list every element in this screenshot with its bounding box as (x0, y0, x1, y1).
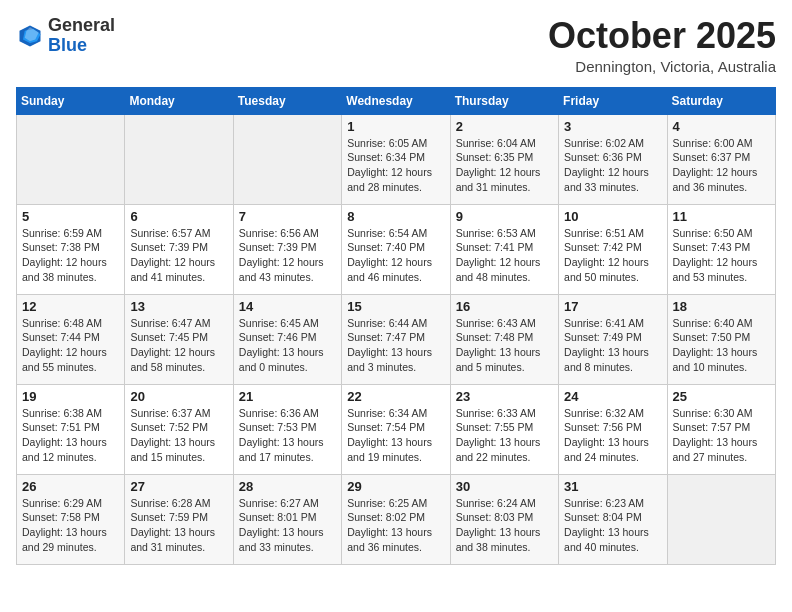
day-info: Sunrise: 6:45 AM Sunset: 7:46 PM Dayligh… (239, 316, 336, 375)
week-row-3: 12Sunrise: 6:48 AM Sunset: 7:44 PM Dayli… (17, 294, 776, 384)
day-number: 9 (456, 209, 553, 224)
page-header: General Blue October 2025 Dennington, Vi… (16, 16, 776, 75)
calendar-cell: 19Sunrise: 6:38 AM Sunset: 7:51 PM Dayli… (17, 384, 125, 474)
day-number: 31 (564, 479, 661, 494)
day-info: Sunrise: 6:44 AM Sunset: 7:47 PM Dayligh… (347, 316, 444, 375)
day-info: Sunrise: 6:29 AM Sunset: 7:58 PM Dayligh… (22, 496, 119, 555)
day-info: Sunrise: 6:56 AM Sunset: 7:39 PM Dayligh… (239, 226, 336, 285)
day-number: 1 (347, 119, 444, 134)
calendar-cell: 17Sunrise: 6:41 AM Sunset: 7:49 PM Dayli… (559, 294, 667, 384)
day-number: 4 (673, 119, 770, 134)
day-info: Sunrise: 6:48 AM Sunset: 7:44 PM Dayligh… (22, 316, 119, 375)
calendar-cell: 24Sunrise: 6:32 AM Sunset: 7:56 PM Dayli… (559, 384, 667, 474)
logo-blue: Blue (48, 36, 115, 56)
calendar-cell: 30Sunrise: 6:24 AM Sunset: 8:03 PM Dayli… (450, 474, 558, 564)
day-info: Sunrise: 6:51 AM Sunset: 7:42 PM Dayligh… (564, 226, 661, 285)
calendar-cell: 13Sunrise: 6:47 AM Sunset: 7:45 PM Dayli… (125, 294, 233, 384)
day-number: 26 (22, 479, 119, 494)
weekday-header-sunday: Sunday (17, 87, 125, 114)
day-info: Sunrise: 6:27 AM Sunset: 8:01 PM Dayligh… (239, 496, 336, 555)
day-number: 6 (130, 209, 227, 224)
calendar-cell: 21Sunrise: 6:36 AM Sunset: 7:53 PM Dayli… (233, 384, 341, 474)
weekday-header-saturday: Saturday (667, 87, 775, 114)
day-number: 24 (564, 389, 661, 404)
calendar-cell (233, 114, 341, 204)
day-info: Sunrise: 6:57 AM Sunset: 7:39 PM Dayligh… (130, 226, 227, 285)
calendar-cell: 2Sunrise: 6:04 AM Sunset: 6:35 PM Daylig… (450, 114, 558, 204)
day-number: 21 (239, 389, 336, 404)
calendar-cell: 23Sunrise: 6:33 AM Sunset: 7:55 PM Dayli… (450, 384, 558, 474)
day-number: 15 (347, 299, 444, 314)
day-info: Sunrise: 6:36 AM Sunset: 7:53 PM Dayligh… (239, 406, 336, 465)
day-number: 10 (564, 209, 661, 224)
calendar-cell: 5Sunrise: 6:59 AM Sunset: 7:38 PM Daylig… (17, 204, 125, 294)
calendar-cell: 6Sunrise: 6:57 AM Sunset: 7:39 PM Daylig… (125, 204, 233, 294)
calendar-cell: 28Sunrise: 6:27 AM Sunset: 8:01 PM Dayli… (233, 474, 341, 564)
weekday-header-monday: Monday (125, 87, 233, 114)
day-number: 8 (347, 209, 444, 224)
calendar-cell: 29Sunrise: 6:25 AM Sunset: 8:02 PM Dayli… (342, 474, 450, 564)
day-number: 22 (347, 389, 444, 404)
calendar-cell: 22Sunrise: 6:34 AM Sunset: 7:54 PM Dayli… (342, 384, 450, 474)
day-info: Sunrise: 6:23 AM Sunset: 8:04 PM Dayligh… (564, 496, 661, 555)
location: Dennington, Victoria, Australia (548, 58, 776, 75)
day-number: 29 (347, 479, 444, 494)
day-info: Sunrise: 6:34 AM Sunset: 7:54 PM Dayligh… (347, 406, 444, 465)
day-info: Sunrise: 6:40 AM Sunset: 7:50 PM Dayligh… (673, 316, 770, 375)
day-info: Sunrise: 6:41 AM Sunset: 7:49 PM Dayligh… (564, 316, 661, 375)
day-info: Sunrise: 6:04 AM Sunset: 6:35 PM Dayligh… (456, 136, 553, 195)
day-info: Sunrise: 6:00 AM Sunset: 6:37 PM Dayligh… (673, 136, 770, 195)
day-info: Sunrise: 6:24 AM Sunset: 8:03 PM Dayligh… (456, 496, 553, 555)
calendar-cell: 7Sunrise: 6:56 AM Sunset: 7:39 PM Daylig… (233, 204, 341, 294)
calendar-cell (17, 114, 125, 204)
day-number: 28 (239, 479, 336, 494)
day-number: 18 (673, 299, 770, 314)
month-title: October 2025 (548, 16, 776, 56)
calendar-cell: 11Sunrise: 6:50 AM Sunset: 7:43 PM Dayli… (667, 204, 775, 294)
logo-general: General (48, 16, 115, 36)
weekday-header-thursday: Thursday (450, 87, 558, 114)
day-info: Sunrise: 6:50 AM Sunset: 7:43 PM Dayligh… (673, 226, 770, 285)
day-info: Sunrise: 6:47 AM Sunset: 7:45 PM Dayligh… (130, 316, 227, 375)
calendar-cell: 31Sunrise: 6:23 AM Sunset: 8:04 PM Dayli… (559, 474, 667, 564)
day-info: Sunrise: 6:53 AM Sunset: 7:41 PM Dayligh… (456, 226, 553, 285)
day-number: 12 (22, 299, 119, 314)
calendar-cell: 10Sunrise: 6:51 AM Sunset: 7:42 PM Dayli… (559, 204, 667, 294)
day-info: Sunrise: 6:28 AM Sunset: 7:59 PM Dayligh… (130, 496, 227, 555)
day-info: Sunrise: 6:05 AM Sunset: 6:34 PM Dayligh… (347, 136, 444, 195)
calendar-cell: 9Sunrise: 6:53 AM Sunset: 7:41 PM Daylig… (450, 204, 558, 294)
week-row-2: 5Sunrise: 6:59 AM Sunset: 7:38 PM Daylig… (17, 204, 776, 294)
calendar-cell: 27Sunrise: 6:28 AM Sunset: 7:59 PM Dayli… (125, 474, 233, 564)
calendar-cell (125, 114, 233, 204)
day-number: 25 (673, 389, 770, 404)
day-info: Sunrise: 6:02 AM Sunset: 6:36 PM Dayligh… (564, 136, 661, 195)
day-number: 11 (673, 209, 770, 224)
day-info: Sunrise: 6:32 AM Sunset: 7:56 PM Dayligh… (564, 406, 661, 465)
calendar-cell: 8Sunrise: 6:54 AM Sunset: 7:40 PM Daylig… (342, 204, 450, 294)
day-number: 14 (239, 299, 336, 314)
day-number: 7 (239, 209, 336, 224)
week-row-4: 19Sunrise: 6:38 AM Sunset: 7:51 PM Dayli… (17, 384, 776, 474)
week-row-1: 1Sunrise: 6:05 AM Sunset: 6:34 PM Daylig… (17, 114, 776, 204)
day-info: Sunrise: 6:25 AM Sunset: 8:02 PM Dayligh… (347, 496, 444, 555)
day-info: Sunrise: 6:38 AM Sunset: 7:51 PM Dayligh… (22, 406, 119, 465)
day-number: 30 (456, 479, 553, 494)
calendar-cell: 14Sunrise: 6:45 AM Sunset: 7:46 PM Dayli… (233, 294, 341, 384)
calendar-body: 1Sunrise: 6:05 AM Sunset: 6:34 PM Daylig… (17, 114, 776, 564)
day-info: Sunrise: 6:30 AM Sunset: 7:57 PM Dayligh… (673, 406, 770, 465)
day-info: Sunrise: 6:37 AM Sunset: 7:52 PM Dayligh… (130, 406, 227, 465)
day-number: 5 (22, 209, 119, 224)
day-number: 20 (130, 389, 227, 404)
weekday-header-friday: Friday (559, 87, 667, 114)
calendar-cell: 20Sunrise: 6:37 AM Sunset: 7:52 PM Dayli… (125, 384, 233, 474)
day-number: 19 (22, 389, 119, 404)
day-info: Sunrise: 6:33 AM Sunset: 7:55 PM Dayligh… (456, 406, 553, 465)
day-number: 23 (456, 389, 553, 404)
calendar-cell: 16Sunrise: 6:43 AM Sunset: 7:48 PM Dayli… (450, 294, 558, 384)
day-number: 13 (130, 299, 227, 314)
calendar-cell: 26Sunrise: 6:29 AM Sunset: 7:58 PM Dayli… (17, 474, 125, 564)
week-row-5: 26Sunrise: 6:29 AM Sunset: 7:58 PM Dayli… (17, 474, 776, 564)
calendar-cell: 12Sunrise: 6:48 AM Sunset: 7:44 PM Dayli… (17, 294, 125, 384)
day-info: Sunrise: 6:59 AM Sunset: 7:38 PM Dayligh… (22, 226, 119, 285)
calendar-cell (667, 474, 775, 564)
